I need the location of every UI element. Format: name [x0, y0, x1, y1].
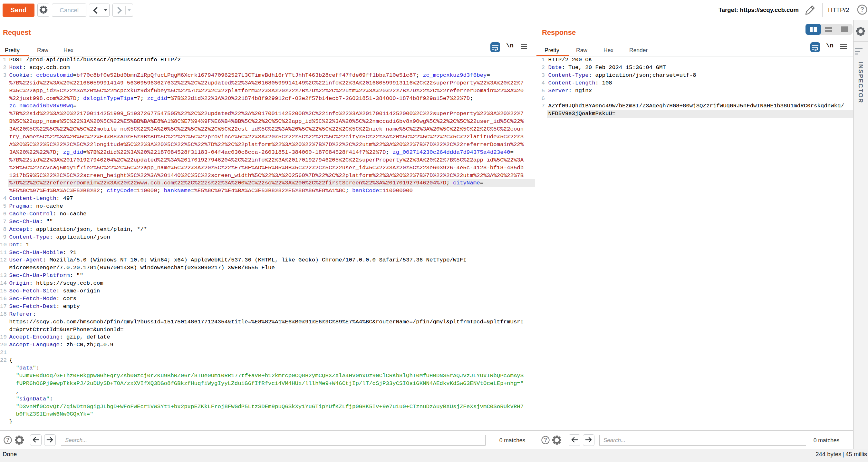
show-newlines-toggle[interactable]: \n: [506, 42, 514, 49]
request-code-line[interactable]: 8Accept: application/json, text/plain, *…: [0, 226, 535, 233]
request-tab[interactable]: Raw: [37, 47, 48, 54]
request-code-line[interactable]: ,: [0, 387, 535, 395]
request-code-line[interactable]: 22{: [0, 356, 535, 364]
line-number: 9: [0, 233, 6, 241]
request-search-help-icon[interactable]: ?: [3, 436, 12, 445]
request-search-settings-icon[interactable]: [14, 435, 24, 446]
back-dropdown-caret-icon[interactable]: [102, 9, 109, 11]
request-code-line[interactable]: %20%5C%22ccvcag5mqy1f7ie2%5C%22%2C%5C%22…: [0, 164, 535, 172]
request-code-line[interactable]: 17Sec-Fetch-Dest: empty: [0, 303, 535, 311]
request-code-line[interactable]: MicroMessenger/7.0.20.1781(0x6700143B) W…: [0, 264, 535, 272]
line-number: 4: [535, 79, 545, 87]
request-code-line[interactable]: %E5%8C%97%E4%BA%AC%E5%B8%82; cityCode=11…: [0, 187, 535, 195]
response-code-line[interactable]: 5Server: nginx: [0, 87, 853, 95]
request-search-prev-button[interactable]: [30, 434, 41, 446]
request-code-line[interactable]: 3A%20%5C%22%5C%22%2C%5C%22mobile_no%5C%2…: [0, 125, 535, 133]
response-tab[interactable]: Hex: [603, 47, 614, 54]
request-code-line[interactable]: https://scqy.ccb.com/hmscmob/pfin/gmyl?b…: [0, 318, 535, 326]
code-token: %7B%22sid%22%3A%201701927946204%2C%22upd…: [9, 157, 524, 163]
request-code-line[interactable]: 19Accept-Encoding: gzip, deflate: [0, 334, 535, 341]
word-wrap-toggle-icon[interactable]: [810, 42, 820, 52]
send-button[interactable]: Send: [3, 4, 34, 17]
request-code-line[interactable]: 9Content-Type: application/json: [0, 233, 535, 241]
request-code-line[interactable]: fUPR6h06Pj9ewpTkksPJ/2uDUySD+T0A/zxXVIfX…: [0, 380, 535, 387]
show-newlines-toggle[interactable]: \n: [826, 42, 834, 49]
help-icon[interactable]: ?: [857, 4, 868, 16]
code-token: zg_002714230c264ddda7d94375a4d23e40: [393, 149, 510, 155]
code-text: {: [9, 356, 12, 364]
request-code-line[interactable]: %7D%22%2C%22referrerDomain%22%3A%20%22ww…: [0, 179, 535, 187]
inspector-settings-gear-icon[interactable]: [856, 26, 865, 37]
request-code-line[interactable]: "signData":: [0, 395, 535, 403]
response-code-line[interactable]: 2Date: Tue, 20 Feb 2024 15:36:04 GMT: [0, 64, 853, 71]
response-code-line[interactable]: NFD5V9e3jQoakmPskuU=: [0, 110, 853, 118]
history-back-button[interactable]: [89, 4, 110, 17]
response-search-prev-button[interactable]: [569, 434, 580, 446]
request-code-line[interactable]: 14Origin: https://scqy.ccb.com: [0, 280, 535, 287]
response-search-next-button[interactable]: [583, 434, 594, 446]
response-search-matches: 0 matches: [809, 437, 844, 444]
layout-single-button[interactable]: [837, 24, 852, 35]
code-token: Sec-Ch-Ua-Platform: [9, 272, 70, 279]
request-code-line[interactable]: "data":: [0, 364, 535, 372]
request-code-line[interactable]: 4Content-Length: 497: [0, 195, 535, 202]
editor-menu-icon[interactable]: [521, 43, 527, 51]
response-tab[interactable]: Render: [629, 47, 648, 54]
request-code-line[interactable]: try_name%5C%22%3A%20%5C%22%E4%B8%AD%E5%9…: [0, 133, 535, 141]
inspector-collapse-icon[interactable]: [855, 48, 864, 56]
request-code-line[interactable]: 10Dnt: 1: [0, 241, 535, 249]
response-search-help-icon[interactable]: ?: [541, 436, 550, 445]
request-code-line[interactable]: 15Sec-Fetch-Site: same-origin: [0, 287, 535, 295]
editor-menu-icon[interactable]: [840, 43, 847, 51]
request-code-line[interactable]: 5Pragma: no-cache: [0, 202, 535, 210]
code-token: signData: [19, 396, 46, 402]
layout-columns-button[interactable]: [805, 24, 821, 35]
response-search-input[interactable]: [599, 435, 806, 445]
request-code-line[interactable]: 3A%20%22%22%7D; zg_did=%7B%22did%22%3A%2…: [0, 149, 535, 156]
response-code-line[interactable]: 4Content-Length: 108: [0, 79, 853, 87]
request-code-line[interactable]: 7Sec-Ch-Ua: "": [0, 218, 535, 226]
response-code-line[interactable]: 7AZYf09JQhd1BYA0nc49W/bEzm8I/Z3Ageqh7HG8…: [0, 102, 853, 110]
response-search-settings-icon[interactable]: [552, 435, 562, 446]
request-code-line[interactable]: A%20%5C%22%5C%22%2C%5C%22longitude%5C%22…: [0, 141, 535, 149]
request-code-line[interactable]: 20Accept-Language: zh-CN,zh;q=0.9: [0, 341, 535, 349]
request-settings-gear-icon[interactable]: [37, 4, 49, 17]
layout-rows-button[interactable]: [821, 24, 836, 35]
request-code-line[interactable]: 16Sec-Fetch-Mode: cors: [0, 295, 535, 303]
response-code-line[interactable]: 6: [0, 95, 853, 103]
response-tab[interactable]: Raw: [576, 47, 587, 54]
line-number: 11: [0, 249, 6, 257]
cancel-button[interactable]: Cancel: [52, 4, 86, 17]
code-token: : no-cache: [53, 211, 86, 217]
request-code-line[interactable]: 12User-Agent: Mozilla/5.0 (Windows NT 10…: [0, 256, 535, 264]
code-text: 3A%20%22%22%7D; zg_did=%7B%22did%22%3A%2…: [9, 149, 514, 156]
request-search-next-button[interactable]: [44, 434, 56, 446]
request-tab[interactable]: Hex: [63, 47, 73, 54]
request-code-line[interactable]: 1317b59%5C%22%2C%5C%22screen_height%5C%2…: [0, 172, 535, 180]
response-tab[interactable]: Pretty: [545, 47, 559, 54]
code-token: [9, 365, 16, 371]
response-code-line[interactable]: 3Content-Type: application/json;charset=…: [0, 71, 853, 79]
request-code-line[interactable]: 11Sec-Ch-Ua-Mobile: ?1: [0, 249, 535, 257]
code-token: bankName: [164, 187, 191, 194]
request-code-line[interactable]: 13Sec-Ch-Ua-Platform: "": [0, 272, 535, 280]
inspector-tab[interactable]: INSPECTOR: [853, 62, 868, 158]
request-code-line[interactable]: %7B%22sid%22%3A%201701927946204%2C%22upd…: [0, 156, 535, 164]
request-code-line[interactable]: B%5C%22app_name%5C%22%3A%20%5C%22%E5%BB%…: [0, 118, 535, 125]
edit-target-pencil-icon[interactable]: [804, 4, 816, 16]
request-code-line[interactable]: 18Referer:: [0, 311, 535, 318]
request-code-line[interactable]: "D3vnMf0CovQt/7qiWDtnGgigJLbgD+WFoFWEcr1…: [0, 403, 535, 411]
request-code-line[interactable]: "UJmxE0dDoq/GEThz0ERkgpwGGhEqryZsb0Gzcj0…: [0, 372, 535, 380]
request-tab[interactable]: Pretty: [5, 47, 20, 54]
forward-dropdown-caret-icon[interactable]: [126, 9, 133, 11]
code-token: b0FkZ3SIEnwW6Nw0GQxYk=": [16, 411, 93, 417]
request-search-input[interactable]: [61, 435, 486, 445]
request-code-line[interactable]: d=&prvtCtrctId=&usrPhone=&unionId=: [0, 326, 535, 334]
request-code-line[interactable]: b0FkZ3SIEnwW6Nw0GQxYk=": [0, 410, 535, 418]
request-code-line[interactable]: }: [0, 418, 535, 426]
history-forward-button[interactable]: [113, 4, 133, 17]
response-code-line[interactable]: 1HTTP/2 200 OK: [0, 56, 853, 64]
request-code-line[interactable]: 21: [0, 349, 535, 356]
word-wrap-toggle-icon[interactable]: [490, 42, 500, 52]
request-code-line[interactable]: 6Cache-Control: no-cache: [0, 210, 535, 218]
